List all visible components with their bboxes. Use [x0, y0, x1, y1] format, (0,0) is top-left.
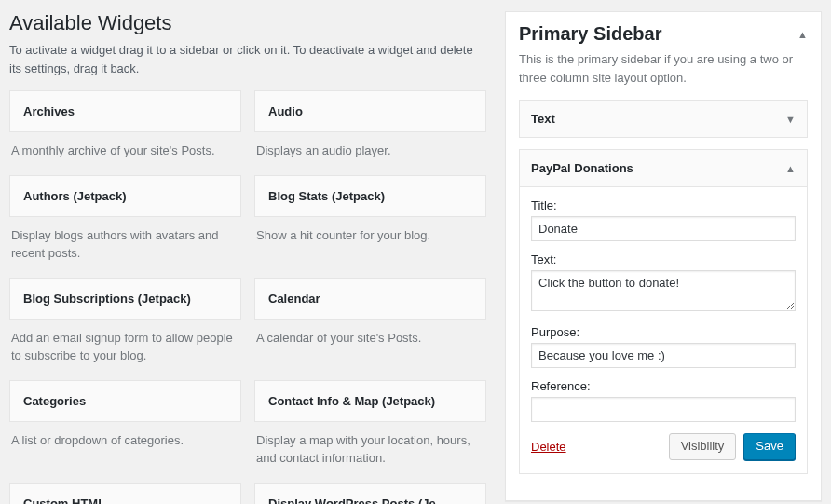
collapse-icon[interactable]: ▲ [797, 29, 808, 40]
delete-link[interactable]: Delete [531, 440, 566, 454]
widget-blog-subscriptions-desc: Add an email signup form to allow people… [9, 320, 241, 369]
primary-sidebar-panel: Primary Sidebar ▲ This is the primary si… [505, 11, 822, 501]
widget-contact-info[interactable]: Contact Info & Map (Jetpack) [254, 380, 486, 422]
sidebar-widget-paypal-title: PayPal Donations [531, 161, 633, 175]
widget-display-wp-posts[interactable]: Display WordPress Posts (Je… [254, 483, 486, 505]
widget-calendar-desc: A calendar of your site's Posts. [254, 320, 486, 351]
sidebar-widget-paypal[interactable]: PayPal Donations ▲ [520, 150, 807, 186]
widget-custom-html[interactable]: Custom HTML [9, 483, 241, 505]
paypal-purpose-label: Purpose: [531, 325, 796, 339]
primary-sidebar-desc: This is the primary sidebar if you are u… [519, 50, 808, 87]
widget-authors[interactable]: Authors (Jetpack) [9, 175, 241, 217]
visibility-button[interactable]: Visibility [669, 433, 737, 460]
paypal-purpose-input[interactable] [531, 343, 796, 368]
sidebar-widget-text[interactable]: Text ▼ [520, 101, 807, 137]
chevron-down-icon: ▼ [785, 114, 796, 125]
paypal-text-input[interactable]: Click the button to donate! [531, 270, 796, 311]
widget-blog-stats[interactable]: Blog Stats (Jetpack) [254, 175, 486, 217]
widget-authors-desc: Display blogs authors with avatars and r… [9, 217, 241, 266]
widget-blog-stats-desc: Show a hit counter for your blog. [254, 217, 486, 249]
widget-audio-desc: Displays an audio player. [254, 132, 486, 164]
primary-sidebar-title: Primary Sidebar [519, 23, 661, 45]
paypal-title-input[interactable] [531, 216, 796, 241]
chevron-up-icon: ▲ [785, 163, 796, 174]
save-button[interactable]: Save [743, 433, 796, 460]
paypal-reference-input[interactable] [531, 397, 796, 422]
widget-blog-subscriptions[interactable]: Blog Subscriptions (Jetpack) [9, 278, 241, 320]
widget-audio[interactable]: Audio [254, 90, 486, 132]
widget-archives[interactable]: Archives [9, 90, 241, 132]
widget-archives-desc: A monthly archive of your site's Posts. [9, 132, 241, 164]
widget-categories[interactable]: Categories [9, 380, 241, 422]
widget-categories-desc: A list or dropdown of categories. [9, 422, 241, 454]
available-widgets-title: Available Widgets [9, 11, 486, 35]
paypal-title-label: Title: [531, 198, 796, 212]
widget-contact-info-desc: Display a map with your location, hours,… [254, 422, 486, 471]
paypal-reference-label: Reference: [531, 379, 796, 393]
paypal-text-label: Text: [531, 252, 796, 266]
widget-calendar[interactable]: Calendar [254, 278, 486, 320]
available-widgets-desc: To activate a widget drag it to a sideba… [9, 41, 486, 77]
sidebar-widget-text-title: Text [531, 112, 555, 126]
